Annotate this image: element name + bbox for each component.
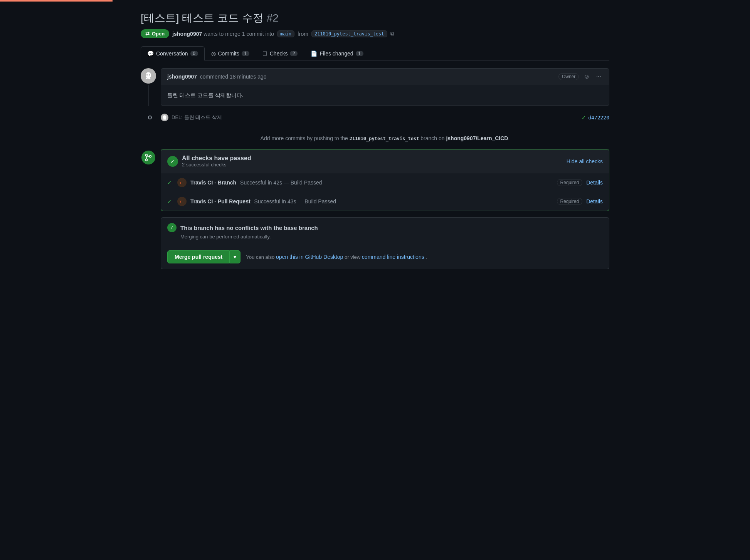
- details-link-1[interactable]: Details: [586, 179, 603, 186]
- required-badge-1: Required: [557, 179, 583, 186]
- emoji-reaction-button[interactable]: ☺: [582, 72, 591, 81]
- commits-tab-count: 1: [242, 51, 249, 56]
- svg-rect-9: [163, 119, 164, 120]
- merge-area: Merge pull request ▾ You can also open t…: [161, 245, 609, 269]
- checks-section: ✓ All checks have passed 2 successful ch…: [141, 149, 609, 211]
- svg-rect-3: [147, 77, 149, 79]
- svg-point-13: [146, 159, 148, 161]
- conversation-tab-label: Conversation: [156, 50, 188, 57]
- check-desc-1: Successful in 42s — Build Passed: [240, 179, 322, 186]
- pr-head-branch[interactable]: 211010_pytest_travis_test: [311, 30, 387, 37]
- check-desc-2: Successful in 43s — Build Passed: [254, 198, 336, 205]
- svg-point-12: [146, 154, 148, 156]
- comment-author-area: jshong0907 commented 18 minutes ago: [167, 74, 267, 80]
- travis-logo-1: T: [177, 178, 187, 187]
- no-conflict-header: ✓ This branch has no conflicts with the …: [167, 223, 603, 232]
- push-info: Add more commits by pushing to the 21101…: [161, 127, 609, 149]
- tab-conversation[interactable]: 💬 Conversation 0: [141, 46, 205, 60]
- svg-point-5: [146, 74, 148, 76]
- svg-point-8: [163, 115, 166, 119]
- checks-pass-icon: ✓: [167, 156, 178, 167]
- tab-files-changed[interactable]: 📄 Files changed 1: [304, 46, 370, 60]
- pr-number: #2: [267, 12, 279, 24]
- no-conflict-subtitle: Merging can be performed automatically.: [180, 234, 603, 240]
- merge-info: You can also open this in GitHub Desktop…: [246, 254, 427, 260]
- svg-point-6: [149, 74, 151, 76]
- conversation-tab-count: 0: [190, 51, 198, 56]
- no-conflict-section: ✓ This branch has no conflicts with the …: [141, 217, 609, 245]
- check-tick-1: ✓: [167, 179, 173, 186]
- pr-status-icon: ⇄: [145, 31, 150, 37]
- comment-box: jshong0907 commented 18 minutes ago Owne…: [161, 68, 609, 106]
- required-badge-2: Required: [557, 198, 583, 205]
- pr-meta-author: jshong0907 wants to merge 1 commit into: [172, 31, 274, 37]
- merge-section: Merge pull request ▾ You can also open t…: [141, 245, 609, 269]
- svg-rect-11: [165, 119, 166, 120]
- commits-tab-label: Commits: [218, 50, 239, 57]
- check-row-travis-branch: ✓ T Travis CI - Branch Successful in 42s…: [161, 173, 609, 192]
- files-changed-tab-count: 1: [356, 51, 363, 56]
- commits-tab-icon: ◎: [211, 50, 216, 57]
- files-changed-tab-icon: 📄: [311, 50, 317, 57]
- no-conflict-check-icon: ✓: [167, 223, 177, 232]
- comment-actions: Owner ☺ ···: [558, 72, 603, 81]
- tab-commits[interactable]: ◎ Commits 1: [205, 46, 256, 60]
- comment-header: jshong0907 commented 18 minutes ago Owne…: [161, 69, 609, 85]
- svg-text:T: T: [180, 200, 182, 203]
- merge-icon-circle: [141, 151, 155, 164]
- hide-checks-link[interactable]: Hide all checks: [567, 158, 603, 164]
- command-line-instructions-link[interactable]: command line instructions: [362, 254, 424, 260]
- pr-meta: ⇄ Open jshong0907 wants to merge 1 commi…: [141, 29, 609, 38]
- checks-header-left: ✓ All checks have passed 2 successful ch…: [167, 155, 251, 168]
- merge-pull-request-button[interactable]: Merge pull request: [167, 250, 229, 263]
- svg-text:T: T: [180, 181, 182, 184]
- files-changed-tab-label: Files changed: [320, 50, 353, 57]
- commit-hash-area: ✓ d472220: [582, 115, 609, 121]
- checks-icon-area: [141, 149, 156, 211]
- check-tick-2: ✓: [167, 198, 173, 205]
- conversation-area: jshong0907 commented 18 minutes ago Owne…: [141, 60, 609, 269]
- comment-time: commented 18 minutes ago: [198, 74, 267, 80]
- checks-tab-label: Checks: [270, 50, 288, 57]
- check-row-travis-pr: ✓ T Travis CI - Pull Request Successful …: [161, 192, 609, 211]
- svg-rect-4: [149, 77, 151, 79]
- no-conflict-title: This branch has no conflicts with the ba…: [180, 225, 318, 231]
- commit-check-icon: ✓: [582, 115, 586, 121]
- pr-tabs: 💬 Conversation 0 ◎ Commits 1 ☐ Checks 2 …: [141, 46, 609, 60]
- check-name-2: Travis CI - Pull Request: [190, 198, 251, 205]
- avatar: [141, 68, 156, 84]
- merge-button-group: Merge pull request ▾: [167, 250, 240, 263]
- pr-title: [테스트] 테스트 코드 수정 #2: [141, 11, 609, 25]
- tab-checks[interactable]: ☐ Checks 2: [256, 46, 304, 60]
- pr-base-branch[interactable]: main: [277, 30, 294, 37]
- commit-hash[interactable]: d472220: [588, 115, 609, 121]
- open-github-desktop-link[interactable]: open this in GitHub Desktop: [276, 254, 343, 260]
- commit-avatar-small: [161, 114, 168, 121]
- check-row-right-1: Required Details: [557, 179, 603, 186]
- comment-wrapper: jshong0907 commented 18 minutes ago Owne…: [141, 68, 609, 106]
- no-conflict-box: ✓ This branch has no conflicts with the …: [161, 217, 609, 245]
- checks-title-area: All checks have passed 2 successful chec…: [182, 155, 251, 168]
- svg-rect-2: [146, 77, 147, 79]
- travis-logo-2: T: [177, 197, 187, 206]
- check-name-1: Travis CI - Branch: [190, 179, 236, 186]
- checks-tab-icon: ☐: [262, 50, 267, 57]
- comment-body: 틀린 테스트 코드를 삭제합니다.: [161, 85, 609, 106]
- conversation-tab-icon: 💬: [147, 50, 154, 57]
- checks-box: ✓ All checks have passed 2 successful ch…: [161, 149, 609, 211]
- copy-branch-icon[interactable]: ⧉: [390, 30, 394, 37]
- svg-rect-10: [164, 119, 165, 120]
- merge-dropdown-button[interactable]: ▾: [229, 250, 240, 263]
- check-row-right-2: Required Details: [557, 198, 603, 205]
- checks-subtitle: 2 successful checks: [182, 162, 251, 168]
- owner-badge: Owner: [558, 73, 579, 80]
- pr-status-badge: ⇄ Open: [141, 29, 169, 38]
- comment-more-button[interactable]: ···: [595, 72, 603, 81]
- commit-label: DEL: 틀린 테스트 삭제: [172, 114, 222, 121]
- checks-tab-count: 2: [290, 51, 298, 56]
- commit-ref-row: DEL: 틀린 테스트 삭제 ✓ d472220: [141, 114, 609, 121]
- details-link-2[interactable]: Details: [586, 198, 603, 205]
- checks-header: ✓ All checks have passed 2 successful ch…: [161, 149, 609, 173]
- comment-author[interactable]: jshong0907: [167, 74, 197, 80]
- pr-from-label: from: [298, 31, 308, 37]
